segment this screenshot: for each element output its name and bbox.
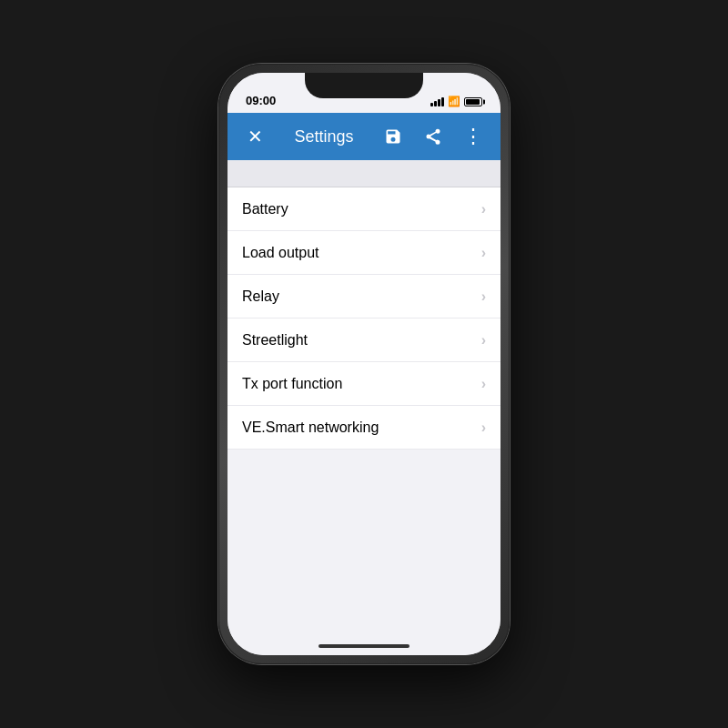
- more-icon: ⋮: [463, 125, 484, 148]
- menu-item-ve-smart-label: VE.Smart networking: [242, 420, 379, 436]
- menu-item-relay-label: Relay: [242, 288, 279, 305]
- battery-icon: [464, 97, 482, 106]
- menu-item-relay[interactable]: Relay ›: [228, 275, 500, 318]
- menu-item-battery[interactable]: Battery ›: [228, 187, 500, 231]
- chevron-icon: ›: [481, 245, 486, 261]
- save-button[interactable]: [377, 120, 410, 153]
- chevron-icon: ›: [481, 288, 486, 305]
- share-icon: [424, 127, 442, 146]
- chevron-icon: ›: [481, 201, 486, 217]
- chevron-icon: ›: [481, 332, 486, 349]
- menu-item-load-output-label: Load output: [242, 245, 319, 261]
- chevron-icon: ›: [481, 376, 486, 392]
- close-icon: ✕: [248, 127, 263, 146]
- close-button[interactable]: ✕: [238, 120, 271, 153]
- section-header: [228, 160, 500, 187]
- menu-item-tx-port[interactable]: Tx port function ›: [228, 362, 500, 406]
- save-icon: [384, 127, 402, 146]
- share-button[interactable]: [417, 120, 450, 153]
- status-icons: 📶: [430, 96, 482, 107]
- signal-icon: [430, 97, 444, 106]
- menu-item-streetlight[interactable]: Streetlight ›: [228, 318, 500, 362]
- content-area: [228, 450, 500, 655]
- phone-screen: 09:00 📶 ✕ Settings: [228, 73, 500, 655]
- app-bar: ✕ Settings ⋮: [228, 113, 500, 160]
- menu-item-tx-port-label: Tx port function: [242, 376, 342, 392]
- menu-list: Battery › Load output › Relay › Streetli…: [228, 187, 500, 450]
- phone-frame: 09:00 📶 ✕ Settings: [218, 64, 510, 664]
- menu-item-load-output[interactable]: Load output ›: [228, 231, 500, 275]
- wifi-icon: 📶: [448, 96, 460, 107]
- chevron-icon: ›: [481, 420, 486, 436]
- menu-item-ve-smart[interactable]: VE.Smart networking ›: [228, 406, 500, 450]
- more-button[interactable]: ⋮: [457, 120, 490, 153]
- menu-item-battery-label: Battery: [242, 201, 288, 217]
- app-bar-title: Settings: [278, 127, 369, 147]
- home-indicator: [318, 644, 410, 648]
- menu-item-streetlight-label: Streetlight: [242, 332, 308, 349]
- notch: [305, 73, 423, 98]
- status-time: 09:00: [246, 94, 276, 107]
